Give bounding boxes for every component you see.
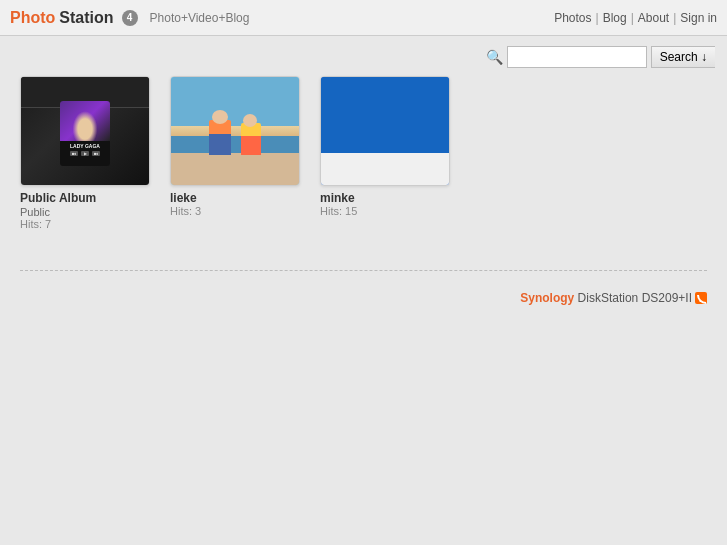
search-magnify-icon: 🔍 [486,49,503,65]
beach-water [171,136,299,152]
search-button[interactable]: Search ↓ [651,46,715,68]
album-thumb-minke[interactable] [320,76,450,186]
beach-sand [171,153,299,185]
album-hits-public: Hits: 7 [20,218,51,230]
app-tagline: Photo+Video+Blog [150,11,250,25]
nav-photos[interactable]: Photos [554,11,591,25]
ipod-artist-text: LADY GAGA [70,143,100,149]
logo-station: Station [59,9,113,27]
version-badge: 4 [122,10,138,26]
lady-gaga-face [73,111,98,141]
ctrl-play: ▶ [81,151,89,156]
beach-sky [171,77,299,126]
ctrl-prev: ⏮ [70,151,78,156]
app-header: Photo Station 4 Photo+Video+Blog Photos … [0,0,727,36]
search-input[interactable] [507,46,647,68]
albums-grid: LADY GAGA ⏮ ▶ ⏭ Public Album Public Hits… [20,76,707,230]
album-hits-lieke: Hits: 3 [170,205,201,217]
ipod-controls: ⏮ ▶ ⏭ [70,151,100,156]
album-title-minke: minke [320,191,355,205]
ipod-album-art [60,101,110,141]
rss-icon[interactable] [695,292,707,304]
footer: Synology DiskStation DS209+II [0,291,727,315]
logo-area: Photo Station 4 Photo+Video+Blog [10,9,249,27]
diskstation-text: DiskStation DS209+II [574,291,692,305]
album-subtitle-public: Public [20,206,50,218]
synology-link[interactable]: Synology [520,291,574,305]
thumb-public-album-image: LADY GAGA ⏮ ▶ ⏭ [21,77,149,185]
beach-person1 [209,120,231,155]
nav-sign-in[interactable]: Sign in [680,11,717,25]
main-content: LADY GAGA ⏮ ▶ ⏭ Public Album Public Hits… [0,76,727,250]
nav-links: Photos | Blog | About | Sign in [554,11,717,25]
search-button-group: Search ↓ [651,46,715,68]
divider [20,270,707,271]
thumb-lieke-image [171,77,299,185]
album-title-public: Public Album [20,191,96,205]
album-thumb-lieke[interactable] [170,76,300,186]
logo-photo[interactable]: Photo [10,9,55,27]
nav-sep-2: | [631,11,634,25]
sky-blue [321,77,449,153]
ctrl-next: ⏭ [92,151,100,156]
nav-blog[interactable]: Blog [603,11,627,25]
album-item-public: LADY GAGA ⏮ ▶ ⏭ Public Album Public Hits… [20,76,150,230]
beach-person2 [241,123,261,155]
search-bar: 🔍 Search ↓ [0,36,727,76]
album-title-lieke: lieke [170,191,197,205]
nav-about[interactable]: About [638,11,669,25]
snow-ground [321,153,449,185]
ipod-screen: LADY GAGA ⏮ ▶ ⏭ [60,101,110,166]
album-item-lieke: lieke Hits: 3 [170,76,300,230]
nav-sep-1: | [596,11,599,25]
nav-sep-3: | [673,11,676,25]
album-hits-minke: Hits: 15 [320,205,357,217]
album-item-minke: minke Hits: 15 [320,76,450,230]
album-thumb-public[interactable]: LADY GAGA ⏮ ▶ ⏭ [20,76,150,186]
thumb-minke-image [321,77,449,185]
